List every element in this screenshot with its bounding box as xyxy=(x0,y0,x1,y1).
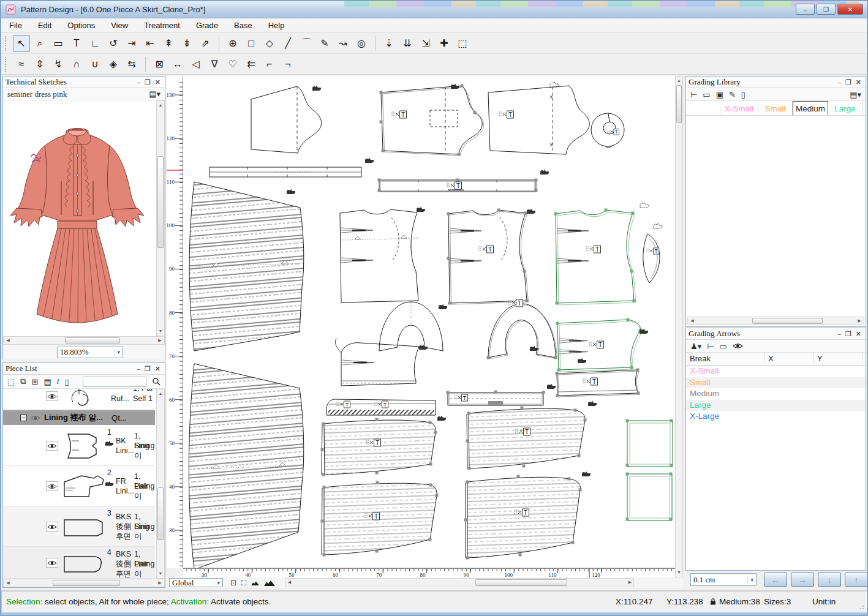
grading-row-medium[interactable]: Medium xyxy=(686,388,866,400)
move-point-tool-icon[interactable]: ↯ xyxy=(50,56,67,73)
menu-view[interactable]: View xyxy=(103,19,136,32)
point-cross-tool-icon[interactable]: ✚ xyxy=(436,35,453,52)
swap-tool-icon[interactable]: ⇆ xyxy=(123,56,140,73)
menu-grade[interactable]: Grade xyxy=(188,19,226,32)
piece-row-bks-pair[interactable]: 4 BKS 後側 후면 1, Pair Lining 이 xyxy=(3,547,155,579)
panel-restore-icon[interactable]: ❐ xyxy=(845,78,851,86)
grading-row-x-large[interactable]: X-Large xyxy=(686,411,866,423)
visibility-eye-icon[interactable] xyxy=(46,391,58,401)
measure-grade-icon[interactable]: ⊢ xyxy=(707,342,714,351)
menu-file[interactable]: File xyxy=(1,19,30,32)
scroll-down-arrow[interactable]: ▼ xyxy=(676,569,682,576)
point-box-tool-icon[interactable]: ⬚ xyxy=(454,35,471,52)
piece-row-ruffle[interactable]: Ruf... Self 1 1, Pai xyxy=(3,389,155,410)
pattern-piece-bodice-graded-green[interactable] xyxy=(556,210,636,305)
pleat-fan-tool-icon[interactable]: ♡ xyxy=(224,56,241,73)
sketch-vertical-scrollbar[interactable]: ▲ ▼ xyxy=(156,100,165,336)
pattern-piece-pleated-skirt-1[interactable] xyxy=(189,182,304,351)
dart-left-tool-icon[interactable]: ◁ xyxy=(187,56,205,73)
sketch-viewport[interactable]: ▲ ▼ xyxy=(3,100,165,336)
info-icon[interactable]: i xyxy=(57,377,59,386)
corner-ruler-tool-icon[interactable]: ⌐ xyxy=(261,56,278,73)
panel-minimize-icon[interactable]: – xyxy=(837,330,841,338)
copy-drop-icon[interactable]: ⊞ xyxy=(32,377,39,386)
delete-grade-icon[interactable]: ▯ xyxy=(741,90,745,99)
pattern-canvas[interactable]: × × xyxy=(183,76,675,568)
size-tab-small[interactable]: Small xyxy=(758,101,793,116)
new-piece-icon[interactable]: ⬚ xyxy=(7,377,15,386)
rectangle-tool-icon[interactable]: □ xyxy=(243,35,260,52)
width-tool-icon[interactable]: ↔ xyxy=(169,56,186,73)
window-restore-button[interactable]: ❐ xyxy=(817,4,836,15)
point-corner-tool-icon[interactable]: ⇲ xyxy=(417,35,434,52)
scroll-left-arrow[interactable]: ◀ xyxy=(5,337,11,344)
grading-library-titlebar[interactable]: Grading Library – ❐ ✕ xyxy=(686,77,866,88)
curve-tool-icon[interactable]: ⌒ xyxy=(298,35,315,52)
pattern-piece-front-yoke[interactable]: × × xyxy=(488,86,589,154)
folder-icon[interactable]: ▤ xyxy=(44,377,51,386)
window-close-button[interactable]: ✕ xyxy=(837,4,863,15)
panel-restore-icon[interactable]: ❐ xyxy=(145,365,151,373)
canvas-vertical-scrollbar[interactable]: ▲ ▼ xyxy=(675,76,683,577)
panel-minimize-icon[interactable]: – xyxy=(137,78,140,86)
text-tool-icon[interactable]: T xyxy=(68,35,85,52)
visibility-eye-icon[interactable] xyxy=(46,558,58,568)
menu-options[interactable]: Options xyxy=(59,19,103,32)
panel-close-icon[interactable]: ✕ xyxy=(155,365,160,373)
pattern-piece-bodice-back-selected[interactable] xyxy=(448,210,529,304)
zoom-tool-icon[interactable]: ⌕ xyxy=(31,35,48,52)
pattern-piece-midriff[interactable] xyxy=(335,338,419,386)
pattern-piece-collar-2-selected[interactable] xyxy=(488,304,557,359)
scroll-right-arrow[interactable]: ▶ xyxy=(157,337,163,344)
pattern-piece-facing-1-green[interactable] xyxy=(627,421,673,467)
menu-edit[interactable]: Edit xyxy=(30,19,59,32)
search-icon[interactable] xyxy=(152,377,160,386)
visibility-eye-icon[interactable] xyxy=(46,441,58,451)
point-drop-tool-icon[interactable]: ⇊ xyxy=(399,35,416,52)
move-y-tool-icon[interactable]: ⇤ xyxy=(142,35,159,52)
grading-row-small[interactable]: Small xyxy=(686,377,866,389)
pen-tool-icon[interactable]: ✎ xyxy=(316,35,333,52)
piece-row-fr-lining[interactable]: 2 FR Lini... 1, Pair Lining 이 xyxy=(3,466,155,506)
target-tool-icon[interactable]: ◎ xyxy=(353,35,370,52)
polygon-tool-icon[interactable]: ◇ xyxy=(261,35,278,52)
panel-close-icon[interactable]: ✕ xyxy=(155,78,160,86)
scroll-down-arrow[interactable]: ▼ xyxy=(157,570,164,577)
line-tool-icon[interactable]: ╱ xyxy=(279,35,296,52)
move-x-tool-icon[interactable]: ⇥ xyxy=(123,35,140,52)
panel-close-icon[interactable]: ✕ xyxy=(856,78,861,86)
toolbar-grip[interactable] xyxy=(5,57,8,72)
piece-search-input[interactable] xyxy=(83,377,146,387)
skew-tool-icon[interactable]: ⇗ xyxy=(197,35,214,52)
menu-base[interactable]: Base xyxy=(226,19,260,32)
size-tab-medium-selected[interactable]: Medium xyxy=(793,101,828,116)
seam-box-tool-icon[interactable]: ⊠ xyxy=(151,56,168,73)
scroll-right-arrow[interactable]: ▶ xyxy=(627,579,633,586)
grading-row-x-small[interactable]: X-Small xyxy=(686,366,866,377)
column-y[interactable]: Y xyxy=(813,353,862,365)
column-break[interactable]: Break xyxy=(686,353,764,365)
pattern-piece-skirt-panel-2[interactable] xyxy=(467,408,585,468)
grading-row-large[interactable]: Large xyxy=(686,400,866,411)
document-menu-icon[interactable]: ▤▾ xyxy=(149,89,160,99)
document-menu-icon[interactable]: ▤▾ xyxy=(850,90,861,99)
scroll-up-arrow[interactable]: ▲ xyxy=(157,102,164,109)
copy-piece-icon[interactable]: ⧉ xyxy=(20,377,26,386)
pattern-piece-skirt-panel-1[interactable] xyxy=(322,420,436,475)
flip-vertical-tool-icon[interactable]: ⇕ xyxy=(31,56,48,73)
visibility-eye-icon[interactable] xyxy=(46,481,58,491)
size-tab-large[interactable]: Large xyxy=(828,101,862,116)
collapse-group-icon[interactable]: − xyxy=(20,415,27,421)
pattern-piece-facing-2-green[interactable] xyxy=(627,474,672,520)
arc-tool-icon[interactable]: ∩ xyxy=(68,56,85,73)
pattern-piece-skirt-panel-4[interactable] xyxy=(466,477,580,558)
pattern-piece-collar-1[interactable] xyxy=(379,302,443,351)
table-row-icon[interactable]: ▭ xyxy=(720,342,727,351)
trace-tool-icon[interactable]: ↝ xyxy=(334,35,352,52)
stamp-menu-icon[interactable]: ♟▾ xyxy=(690,342,701,351)
column-x[interactable]: X xyxy=(764,353,813,365)
piece-list-horizontal-scrollbar[interactable]: ◀ ▶ xyxy=(3,579,165,587)
corner-curve-tool-icon[interactable]: ¬ xyxy=(279,56,296,73)
grade-move-right-button[interactable]: → xyxy=(791,573,814,587)
panel-restore-icon[interactable]: ❐ xyxy=(845,330,851,338)
